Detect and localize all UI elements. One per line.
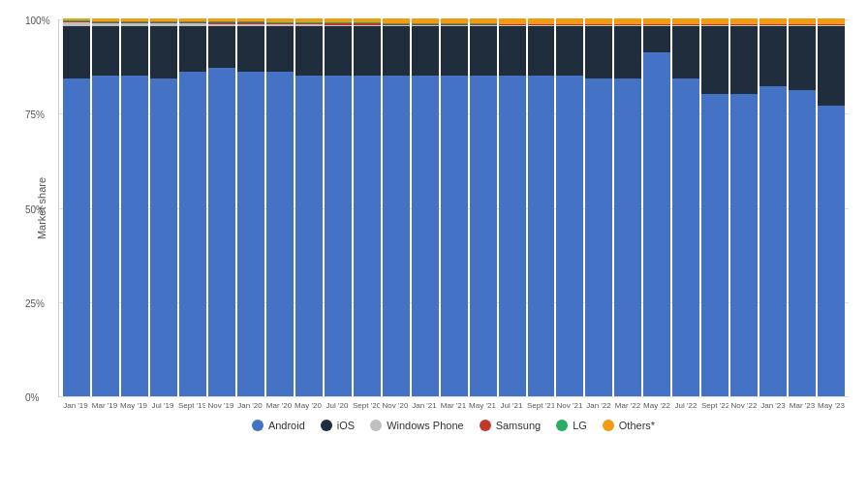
x-label: Jan '20 bbox=[236, 401, 264, 410]
bar-group bbox=[121, 19, 148, 396]
bar-segment-ios bbox=[585, 26, 612, 79]
legend-label: Others* bbox=[619, 420, 655, 431]
x-label: Jul '22 bbox=[672, 401, 699, 410]
bar-segment-ios bbox=[441, 26, 468, 76]
bar-group bbox=[266, 19, 294, 396]
bar-segment-ios bbox=[266, 26, 294, 72]
bar-group bbox=[295, 19, 323, 396]
bar-segment-ios bbox=[383, 26, 410, 76]
bar-group bbox=[499, 19, 526, 396]
bar-segment-android bbox=[789, 90, 816, 396]
x-label: Jan '22 bbox=[585, 401, 612, 410]
bar-group bbox=[354, 19, 381, 396]
x-label: Mar '23 bbox=[789, 401, 816, 410]
legend-dot bbox=[252, 420, 264, 431]
bar-segment-android bbox=[92, 76, 119, 397]
bar-segment-ios bbox=[295, 26, 323, 76]
y-tick-label: 0% bbox=[25, 392, 39, 403]
bar-segment-ios bbox=[760, 26, 787, 86]
legend-item: Others* bbox=[603, 420, 655, 431]
x-label: Mar '20 bbox=[265, 401, 293, 410]
bar-segment-ios bbox=[614, 26, 641, 79]
bar-segment-ios bbox=[701, 26, 728, 94]
bar-segment-android bbox=[354, 76, 381, 397]
legend-label: iOS bbox=[337, 420, 355, 431]
legend-item: Samsung bbox=[480, 420, 541, 431]
x-label: Jan '19 bbox=[62, 401, 89, 410]
bar-group bbox=[760, 19, 787, 396]
bar-group bbox=[730, 19, 758, 396]
y-tick-label: 75% bbox=[25, 109, 45, 120]
bar-segment-android bbox=[528, 76, 555, 397]
bar-group bbox=[614, 19, 641, 396]
x-label: Nov '22 bbox=[730, 401, 758, 410]
bar-group bbox=[789, 19, 816, 396]
bar-group bbox=[556, 19, 583, 396]
legend-dot bbox=[603, 420, 614, 431]
x-label: Mar '22 bbox=[614, 401, 641, 410]
x-label: Nov '19 bbox=[207, 401, 234, 410]
bar-group bbox=[412, 19, 439, 396]
bar-segment-android bbox=[63, 78, 90, 396]
x-label: Jul '21 bbox=[498, 401, 525, 410]
legend-item: LG bbox=[556, 420, 587, 431]
bar-segment-ios bbox=[643, 26, 670, 52]
bar-segment-android bbox=[237, 72, 264, 396]
bar-segment-android bbox=[585, 78, 612, 396]
legend-label: Windows Phone bbox=[387, 420, 464, 431]
x-label: Sept '20 bbox=[353, 401, 380, 410]
bar-segment-android bbox=[470, 76, 497, 397]
bar-segment-android bbox=[208, 68, 235, 396]
bar-segment-ios bbox=[237, 26, 264, 72]
x-label: Sept '19 bbox=[178, 401, 205, 410]
bar-segment-ios bbox=[179, 26, 206, 72]
x-label: Sept '22 bbox=[701, 401, 728, 410]
x-label: May '23 bbox=[818, 401, 845, 410]
bar-segment-android bbox=[614, 78, 641, 396]
bar-segment-android bbox=[730, 94, 758, 396]
bar-segment-ios bbox=[121, 26, 148, 76]
bar-segment-ios bbox=[789, 26, 816, 90]
bar-segment-android bbox=[818, 106, 845, 396]
bar-segment-android bbox=[295, 76, 323, 397]
bar-segment-ios bbox=[730, 26, 758, 94]
legend-label: Samsung bbox=[496, 420, 541, 431]
bar-segment-android bbox=[441, 76, 468, 397]
x-label: Jan '23 bbox=[760, 401, 787, 410]
bar-segment-android bbox=[121, 76, 148, 397]
bar-group bbox=[441, 19, 468, 396]
bar-segment-android bbox=[383, 76, 410, 397]
x-label: May '21 bbox=[469, 401, 496, 410]
bar-segment-ios bbox=[325, 26, 352, 76]
bar-segment-android bbox=[325, 76, 352, 397]
bar-segment-android bbox=[412, 76, 439, 397]
legend: AndroidiOSWindows PhoneSamsungLGOthers* bbox=[58, 420, 849, 431]
legend-item: Android bbox=[252, 420, 305, 431]
legend-label: Android bbox=[268, 420, 305, 431]
bar-group bbox=[63, 19, 90, 396]
bar-segment-ios bbox=[528, 26, 555, 76]
legend-dot bbox=[480, 420, 491, 431]
bar-segment-android bbox=[760, 86, 787, 396]
bar-segment-ios bbox=[412, 26, 439, 76]
bars-wrapper bbox=[59, 19, 849, 396]
x-labels: Jan '19Mar '19May '19Jul '19Sept '19Nov … bbox=[58, 401, 849, 410]
y-tick-label: 25% bbox=[25, 297, 45, 308]
y-tick-label: 50% bbox=[25, 203, 45, 214]
x-label: May '19 bbox=[120, 401, 147, 410]
bar-group bbox=[643, 19, 670, 396]
bar-segment-android bbox=[672, 78, 699, 396]
bar-group bbox=[701, 19, 728, 396]
legend-dot bbox=[370, 420, 382, 431]
y-tick: 0% bbox=[59, 396, 849, 397]
legend-dot bbox=[321, 420, 332, 431]
bar-group bbox=[818, 19, 845, 396]
bar-group bbox=[585, 19, 612, 396]
bar-group bbox=[672, 19, 699, 396]
bar-segment-ios bbox=[208, 26, 235, 68]
bar-group bbox=[528, 19, 555, 396]
bar-group bbox=[208, 19, 235, 396]
x-label: Jul '20 bbox=[324, 401, 351, 410]
bar-group bbox=[92, 19, 119, 396]
x-label: Jul '19 bbox=[149, 401, 176, 410]
